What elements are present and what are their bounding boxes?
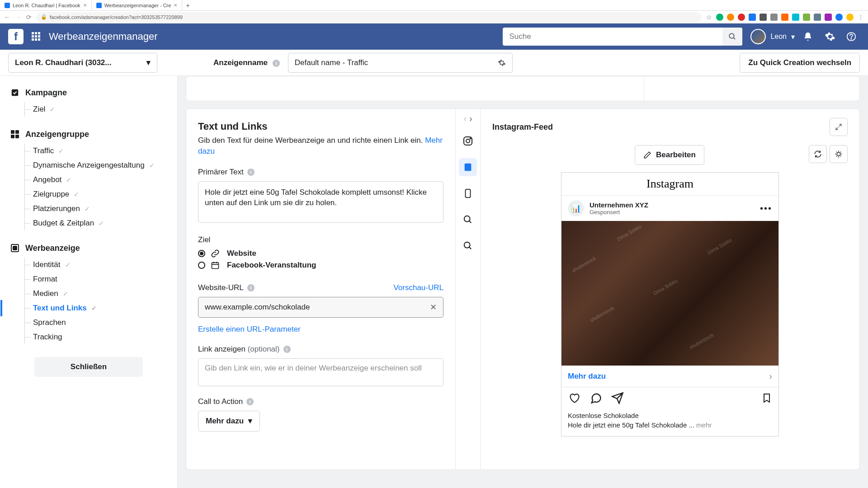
cta-dropdown[interactable]: Mehr dazu ▾ <box>198 411 260 432</box>
adset-icon <box>10 129 20 139</box>
extension-icon[interactable] <box>716 14 723 21</box>
reload-icon[interactable]: ⟳ <box>25 14 33 21</box>
edit-button[interactable]: Bearbeiten <box>635 145 704 165</box>
sidebar-campaign-header[interactable]: Kampagne <box>10 88 167 98</box>
website-url-input[interactable]: www.example.com/schokolade ✕ <box>198 297 443 318</box>
facebook-logo-icon[interactable]: f <box>8 29 24 44</box>
tab-close-icon[interactable]: ✕ <box>83 3 87 8</box>
info-icon[interactable]: i <box>273 60 280 67</box>
search-placement-icon-2[interactable] <box>459 237 477 255</box>
extension-icon[interactable] <box>738 14 745 21</box>
bookmark-icon[interactable] <box>761 392 772 404</box>
ig-post-header: 📊 Unternehmen XYZ Gesponsert ••• <box>561 196 778 221</box>
pencil-icon <box>643 151 651 159</box>
main-layout: Kampagne Ziel ✓ Anzeigengruppe Traffic✓ … <box>0 76 868 488</box>
bookmark-icon[interactable]: ☆ <box>705 14 712 21</box>
debug-button[interactable] <box>830 145 848 163</box>
gear-icon[interactable] <box>498 59 506 67</box>
sidebar-item-text-links[interactable]: Text und Links✓ <box>25 301 167 315</box>
back-icon[interactable]: ← <box>4 14 11 21</box>
extension-icon[interactable] <box>792 14 799 21</box>
search-placement-icon[interactable] <box>459 211 477 229</box>
check-icon: ✓ <box>85 205 90 212</box>
search-input[interactable] <box>503 32 722 41</box>
info-icon[interactable]: i <box>247 169 255 176</box>
info-icon[interactable]: i <box>283 346 291 353</box>
svg-rect-0 <box>32 32 34 34</box>
tab-close-icon[interactable]: ✕ <box>174 3 177 8</box>
ig-avatar: 📊 <box>568 200 584 216</box>
extension-icon[interactable] <box>727 14 734 21</box>
extension-icon[interactable] <box>803 14 810 21</box>
sidebar-adset-header[interactable]: Anzeigengruppe <box>10 129 167 139</box>
check-icon: ✓ <box>99 220 104 227</box>
sidebar-item-offer[interactable]: Angebot✓ <box>25 173 167 187</box>
instagram-icon[interactable] <box>459 132 477 150</box>
notifications-icon[interactable] <box>803 32 816 42</box>
caption-more[interactable]: mehr <box>696 421 712 429</box>
preview-url-link[interactable]: Vorschau-URL <box>393 283 443 292</box>
prev-icon[interactable]: ‹ <box>463 113 467 124</box>
comment-icon[interactable] <box>590 392 602 404</box>
extension-icon[interactable] <box>846 14 854 21</box>
sidebar-item-format[interactable]: Format <box>25 272 167 286</box>
sidebar-item-identity[interactable]: Identität✓ <box>25 258 167 272</box>
preview-title: Instagram-Feed <box>492 122 553 132</box>
quick-creation-button[interactable]: Zu Quick Creation wechseln <box>740 53 860 73</box>
info-icon[interactable]: i <box>246 398 254 405</box>
settings-icon[interactable] <box>825 31 838 42</box>
preview-pane: Instagram-Feed Bearbeiten <box>481 109 859 469</box>
destination-website[interactable]: Website <box>198 249 443 258</box>
sidebar-item-tracking[interactable]: Tracking <box>25 330 167 344</box>
sidebar-item-ziel[interactable]: Ziel ✓ <box>25 102 167 117</box>
account-dropdown[interactable]: Leon R. Chaudhari (3032... ▾ <box>8 53 157 73</box>
sidebar-item-dynamic[interactable]: Dynamische Anzeigengestaltung✓ <box>25 158 167 173</box>
extension-icon[interactable] <box>835 14 843 21</box>
share-icon[interactable] <box>611 392 624 404</box>
sidebar-ad-header[interactable]: Werbeanzeige <box>10 243 167 253</box>
extension-icon[interactable] <box>749 14 756 21</box>
section-description: Gib den Text für deine Werbeanzeige an u… <box>198 135 443 157</box>
new-tab-button[interactable]: + <box>182 2 193 9</box>
primary-text-input[interactable]: Hole dir jetzt eine 50g Tafel Schokolade… <box>198 181 443 223</box>
sidebar-item-traffic[interactable]: Traffic✓ <box>25 144 167 158</box>
url-field[interactable]: 🔒 facebook.com/adsmanager/creation?act=3… <box>36 12 702 22</box>
extension-icon[interactable] <box>781 14 788 21</box>
user-menu[interactable]: Leon ▾ <box>750 29 795 44</box>
info-icon[interactable]: i <box>247 284 255 291</box>
expand-button[interactable] <box>830 118 848 136</box>
ig-more-icon[interactable]: ••• <box>760 203 772 214</box>
sidebar-item-placements[interactable]: Platzierungen✓ <box>25 202 167 216</box>
clear-icon[interactable]: ✕ <box>430 302 437 312</box>
search-button[interactable] <box>722 28 742 46</box>
sidebar-item-languages[interactable]: Sprachen <box>25 315 167 330</box>
display-link-label: Link anzeigen (optional) i <box>198 345 443 354</box>
heart-icon[interactable] <box>568 392 580 404</box>
forward-icon[interactable]: → <box>14 14 22 21</box>
instagram-logo: Instagram <box>561 173 778 196</box>
mobile-icon[interactable] <box>459 184 477 202</box>
destination-label: Ziel <box>198 235 443 244</box>
refresh-button[interactable] <box>809 145 827 163</box>
extension-icon[interactable] <box>770 14 778 21</box>
close-button[interactable]: Schließen <box>34 357 143 377</box>
help-icon[interactable] <box>846 32 860 42</box>
destination-fb-event[interactable]: Facebook-Veranstaltung <box>198 261 443 270</box>
extension-icon[interactable] <box>825 14 832 21</box>
ad-name-input[interactable]: Default name - Traffic <box>288 53 513 73</box>
extension-icon[interactable] <box>814 14 821 21</box>
browser-menu-icon[interactable]: ⋮ <box>857 14 864 21</box>
url-parameter-link[interactable]: Erstelle einen URL-Parameter <box>198 325 301 333</box>
extension-icon[interactable] <box>760 14 767 21</box>
browser-tab[interactable]: Leon R. Chaudhari | Facebook ✕ <box>0 0 92 10</box>
ig-cta-bar[interactable]: Mehr dazu › <box>561 366 778 387</box>
display-link-input[interactable]: Gib den Link ein, wie er in deiner Werbe… <box>198 358 443 386</box>
check-icon: ✓ <box>74 191 79 198</box>
sidebar-item-audience[interactable]: Zielgruppe✓ <box>25 187 167 202</box>
sidebar-item-budget[interactable]: Budget & Zeitplan✓ <box>25 216 167 230</box>
next-icon[interactable]: › <box>469 113 472 124</box>
feed-icon[interactable] <box>459 158 477 176</box>
sidebar-item-media[interactable]: Medien✓ <box>25 286 167 301</box>
app-grid-icon[interactable] <box>32 32 41 41</box>
browser-tab[interactable]: Werbeanzeigenmanager - Cre ✕ <box>92 0 183 10</box>
